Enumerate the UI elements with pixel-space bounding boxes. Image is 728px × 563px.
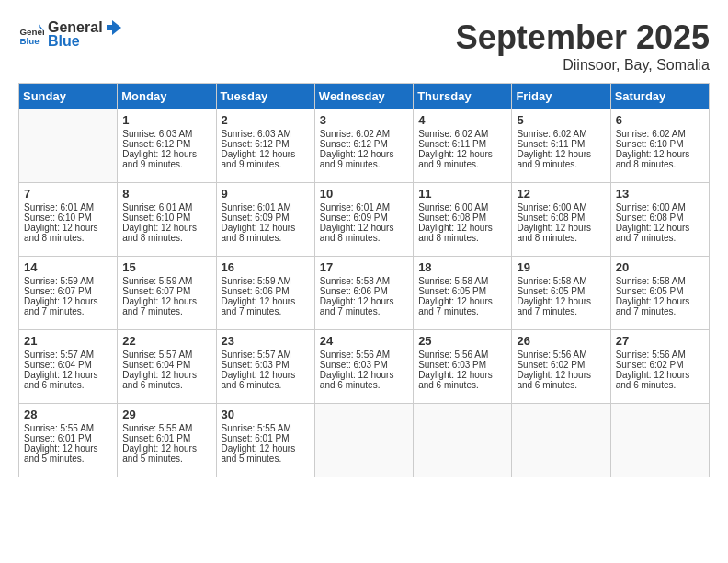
table-row: 24Sunrise: 5:56 AMSunset: 6:03 PMDayligh…: [314, 330, 413, 404]
day-info: and 9 minutes.: [320, 159, 408, 169]
table-row: 6Sunrise: 6:02 AMSunset: 6:10 PMDaylight…: [610, 109, 709, 183]
day-info: and 6 minutes.: [122, 380, 210, 390]
table-row: 9Sunrise: 6:01 AMSunset: 6:09 PMDaylight…: [216, 183, 314, 257]
day-info: Sunrise: 6:01 AM: [122, 202, 210, 213]
day-info: Daylight: 12 hours: [222, 370, 310, 380]
day-info: and 7 minutes.: [222, 306, 310, 316]
table-row: 29Sunrise: 5:55 AMSunset: 6:01 PMDayligh…: [118, 404, 216, 477]
day-info: and 7 minutes.: [24, 306, 112, 316]
table-row: 16Sunrise: 5:59 AMSunset: 6:06 PMDayligh…: [216, 257, 314, 330]
day-number: 5: [517, 113, 605, 127]
day-info: Sunset: 6:01 PM: [222, 433, 310, 443]
day-info: and 6 minutes.: [222, 380, 310, 390]
calendar-week-row: 21Sunrise: 5:57 AMSunset: 6:04 PMDayligh…: [19, 330, 710, 404]
day-info: Daylight: 12 hours: [24, 370, 112, 380]
table-row: 12Sunrise: 6:00 AMSunset: 6:08 PMDayligh…: [512, 183, 610, 257]
day-number: 17: [320, 260, 408, 274]
day-number: 21: [24, 334, 112, 348]
day-info: Sunset: 6:03 PM: [222, 360, 310, 370]
table-row: [610, 404, 709, 477]
logo-icon: General Blue: [18, 21, 44, 47]
day-info: Sunrise: 5:56 AM: [616, 350, 704, 360]
calendar-week-row: 28Sunrise: 5:55 AMSunset: 6:01 PMDayligh…: [19, 404, 710, 477]
table-row: [314, 404, 413, 477]
day-info: and 8 minutes.: [616, 159, 704, 169]
day-info: and 6 minutes.: [517, 380, 605, 390]
day-info: Sunrise: 5:56 AM: [418, 350, 506, 360]
day-info: Daylight: 12 hours: [418, 149, 506, 159]
table-row: 4Sunrise: 6:02 AMSunset: 6:11 PMDaylight…: [414, 109, 512, 183]
day-info: and 6 minutes.: [418, 380, 506, 390]
day-info: Sunrise: 5:58 AM: [616, 276, 704, 286]
table-row: [512, 404, 610, 477]
day-info: Sunrise: 5:55 AM: [24, 423, 112, 433]
day-number: 7: [24, 187, 112, 201]
day-number: 25: [418, 334, 506, 348]
day-info: Sunset: 6:07 PM: [24, 286, 112, 296]
table-row: 28Sunrise: 5:55 AMSunset: 6:01 PMDayligh…: [19, 404, 118, 477]
day-number: 30: [222, 408, 310, 421]
table-row: 25Sunrise: 5:56 AMSunset: 6:03 PMDayligh…: [414, 330, 512, 404]
day-info: Sunset: 6:12 PM: [122, 139, 210, 149]
day-info: Daylight: 12 hours: [24, 296, 112, 306]
page-header: General Blue General Blue September 2025…: [18, 18, 710, 74]
table-row: 26Sunrise: 5:56 AMSunset: 6:02 PMDayligh…: [512, 330, 610, 404]
day-info: Sunset: 6:02 PM: [517, 360, 605, 370]
day-info: Sunset: 6:05 PM: [517, 286, 605, 296]
calendar-week-row: 14Sunrise: 5:59 AMSunset: 6:07 PMDayligh…: [19, 257, 710, 330]
col-tuesday: Tuesday: [216, 84, 314, 109]
day-info: Daylight: 12 hours: [616, 223, 704, 233]
col-saturday: Saturday: [610, 84, 709, 109]
table-row: 3Sunrise: 6:02 AMSunset: 6:12 PMDaylight…: [314, 109, 413, 183]
day-info: and 9 minutes.: [222, 159, 310, 169]
day-info: and 8 minutes.: [517, 233, 605, 243]
table-row: 7Sunrise: 6:01 AMSunset: 6:10 PMDaylight…: [19, 183, 118, 257]
day-info: Sunrise: 5:58 AM: [320, 276, 408, 286]
day-info: and 5 minutes.: [222, 454, 310, 464]
day-info: Sunset: 6:06 PM: [222, 286, 310, 296]
day-info: and 6 minutes.: [24, 380, 112, 390]
day-info: Sunset: 6:09 PM: [222, 213, 310, 223]
day-number: 23: [222, 334, 310, 348]
day-info: and 9 minutes.: [418, 159, 506, 169]
table-row: 21Sunrise: 5:57 AMSunset: 6:04 PMDayligh…: [19, 330, 118, 404]
day-info: Sunrise: 6:03 AM: [222, 129, 310, 139]
day-info: Sunset: 6:03 PM: [320, 360, 408, 370]
day-info: and 5 minutes.: [122, 454, 210, 464]
table-row: 1Sunrise: 6:03 AMSunset: 6:12 PMDaylight…: [118, 109, 216, 183]
day-number: 27: [616, 334, 704, 348]
day-info: Daylight: 12 hours: [222, 149, 310, 159]
table-row: 10Sunrise: 6:01 AMSunset: 6:09 PMDayligh…: [314, 183, 413, 257]
day-number: 28: [24, 408, 112, 421]
day-info: and 6 minutes.: [320, 380, 408, 390]
table-row: 11Sunrise: 6:00 AMSunset: 6:08 PMDayligh…: [414, 183, 512, 257]
day-info: Sunset: 6:10 PM: [24, 213, 112, 223]
table-row: 2Sunrise: 6:03 AMSunset: 6:12 PMDaylight…: [216, 109, 314, 183]
day-info: Daylight: 12 hours: [122, 223, 210, 233]
day-info: Sunset: 6:02 PM: [616, 360, 704, 370]
day-info: Daylight: 12 hours: [320, 149, 408, 159]
table-row: 15Sunrise: 5:59 AMSunset: 6:07 PMDayligh…: [118, 257, 216, 330]
day-info: and 8 minutes.: [418, 233, 506, 243]
col-monday: Monday: [118, 84, 216, 109]
day-number: 20: [616, 260, 704, 274]
day-info: Sunset: 6:09 PM: [320, 213, 408, 223]
day-info: Daylight: 12 hours: [320, 370, 408, 380]
calendar-week-row: 7Sunrise: 6:01 AMSunset: 6:10 PMDaylight…: [19, 183, 710, 257]
day-info: Sunset: 6:01 PM: [122, 433, 210, 443]
day-info: Daylight: 12 hours: [320, 296, 408, 306]
day-info: Sunrise: 5:59 AM: [222, 276, 310, 286]
day-number: 12: [517, 187, 605, 201]
day-number: 10: [320, 187, 408, 201]
day-info: Sunrise: 5:59 AM: [122, 276, 210, 286]
day-number: 8: [122, 187, 210, 201]
day-info: Sunrise: 5:56 AM: [517, 350, 605, 360]
day-info: and 7 minutes.: [122, 306, 210, 316]
day-info: Sunrise: 5:58 AM: [418, 276, 506, 286]
month-year-title: September 2025: [456, 18, 710, 57]
day-info: Sunset: 6:11 PM: [418, 139, 506, 149]
day-info: Daylight: 12 hours: [122, 370, 210, 380]
day-number: 6: [616, 113, 704, 127]
col-wednesday: Wednesday: [314, 84, 413, 109]
day-info: Daylight: 12 hours: [418, 370, 506, 380]
